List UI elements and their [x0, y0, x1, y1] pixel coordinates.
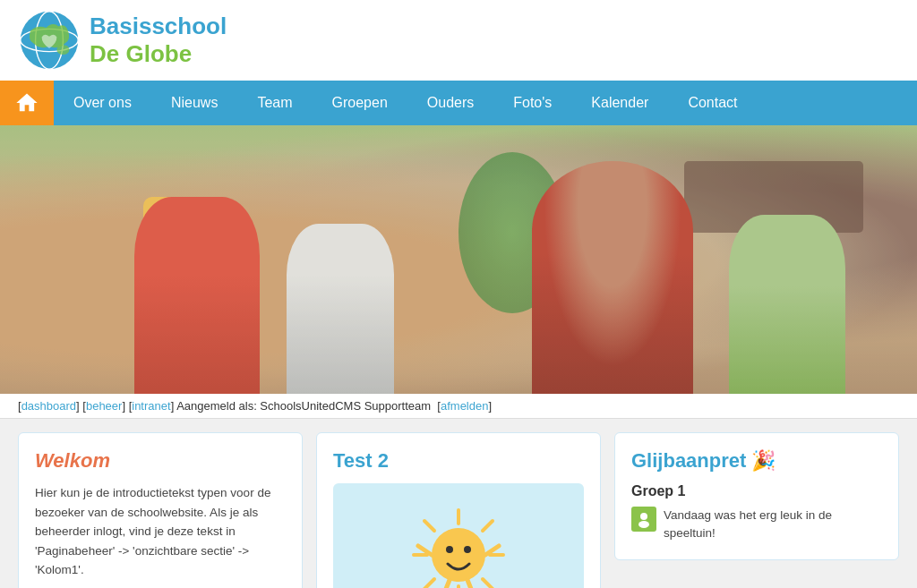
nav-item-contact[interactable]: Contact [668, 81, 757, 125]
groep-thumb-icon [635, 510, 653, 528]
svg-line-10 [483, 521, 493, 531]
nav-item-nieuws[interactable]: Nieuws [151, 81, 237, 125]
groep-entry-text: Vandaag was het erg leuk in de speeltuin… [664, 507, 882, 543]
svg-point-19 [640, 513, 647, 520]
svg-point-13 [446, 546, 453, 553]
svg-line-9 [483, 579, 493, 588]
globe-icon [18, 9, 81, 72]
nav-item-over-ons[interactable]: Over ons [54, 81, 151, 125]
test2-card: Test 2 [316, 432, 601, 588]
main-nav: Over ons Nieuws Team Groepen Ouders Foto… [0, 81, 917, 125]
nav-item-ouders[interactable]: Ouders [407, 81, 493, 125]
intranet-link[interactable]: intranet [132, 399, 170, 413]
nav-item-team[interactable]: Team [237, 81, 312, 125]
glijbaanpret-title: Glijbaanpret 🎉 [631, 449, 882, 473]
svg-line-18 [467, 580, 475, 588]
afmelden-link[interactable]: afmelden [441, 399, 488, 413]
svg-point-12 [432, 528, 485, 582]
home-icon [14, 90, 39, 115]
admin-bar: [dashboard] [beheer] [intranet] Aangemel… [0, 394, 917, 419]
svg-line-11 [424, 579, 434, 588]
logo-line1: Basisschool [90, 13, 227, 40]
home-button[interactable] [0, 81, 54, 125]
welkom-title: Welkom [35, 449, 286, 473]
svg-point-20 [638, 521, 649, 528]
nav-item-kalender[interactable]: Kalender [571, 81, 668, 125]
svg-point-3 [56, 45, 69, 55]
logo-text: Basisschool De Globe [90, 13, 227, 68]
dashboard-link[interactable]: dashboard [21, 399, 76, 413]
logo-line2: De Globe [90, 40, 227, 68]
hero-image [0, 125, 917, 394]
test2-title: Test 2 [333, 449, 584, 473]
content-area: Welkom Hier kun je de introductietekst t… [0, 419, 917, 588]
groep-entry: Vandaag was het erg leuk in de speeltuin… [631, 507, 882, 543]
nav-item-groepen[interactable]: Groepen [313, 81, 407, 125]
nav-item-fotos[interactable]: Foto's [493, 81, 571, 125]
sun-character-icon [405, 501, 512, 588]
site-header: Basisschool De Globe [0, 0, 917, 81]
welkom-card: Welkom Hier kun je de introductietekst t… [18, 432, 303, 588]
welkom-body: Hier kun je de introductietekst typen vo… [35, 483, 286, 580]
svg-line-8 [424, 521, 434, 531]
glijbaanpret-card: Glijbaanpret 🎉 Groep 1 Vandaag was het e… [614, 432, 899, 560]
groep-label: Groep 1 [631, 483, 882, 499]
test2-image [333, 483, 584, 588]
groep-thumbnail [631, 507, 656, 532]
logged-in-text: Aangemeld als: SchoolsUnitedCMS Supportt… [176, 399, 431, 413]
svg-line-17 [442, 580, 450, 588]
beheer-link[interactable]: beheer [86, 399, 122, 413]
logo[interactable]: Basisschool De Globe [18, 9, 227, 72]
svg-point-14 [464, 546, 471, 553]
